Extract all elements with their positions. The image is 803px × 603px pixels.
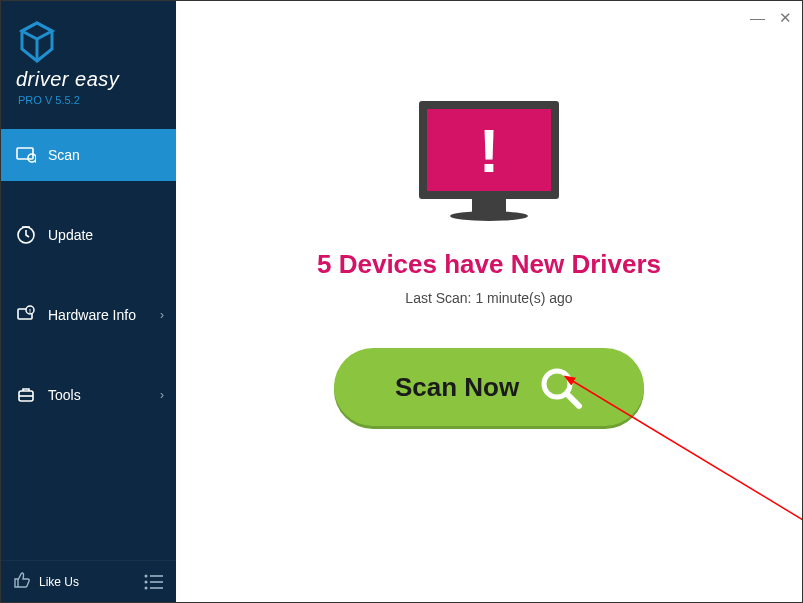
- app-version: PRO V 5.5.2: [18, 94, 161, 106]
- main-panel: — ✕ ! 5 Devices have New Drivers Last Sc…: [176, 1, 802, 602]
- like-us-label: Like Us: [39, 575, 79, 589]
- scan-now-label: Scan Now: [395, 372, 519, 403]
- status-headline: 5 Devices have New Drivers: [317, 249, 661, 280]
- sidebar-item-label: Hardware Info: [48, 307, 136, 323]
- thumbs-up-icon: [13, 571, 31, 592]
- sidebar-item-label: Scan: [48, 147, 80, 163]
- logo-section: driver easy PRO V 5.5.2: [1, 1, 176, 121]
- sidebar-item-hardware-info[interactable]: ! Hardware Info ›: [1, 289, 176, 341]
- menu-list-icon[interactable]: [144, 574, 164, 590]
- update-icon: [16, 225, 36, 245]
- svg-point-15: [145, 580, 148, 583]
- minimize-button[interactable]: —: [750, 9, 765, 27]
- like-us-button[interactable]: Like Us: [13, 571, 79, 592]
- svg-line-2: [35, 161, 36, 163]
- chevron-right-icon: ›: [160, 388, 164, 402]
- app-name: driver easy: [16, 68, 161, 91]
- monitor-stand: [472, 199, 506, 213]
- search-icon: [537, 364, 583, 410]
- close-button[interactable]: ✕: [779, 9, 792, 27]
- sidebar-footer: Like Us: [1, 560, 176, 602]
- window-controls: — ✕: [750, 9, 792, 27]
- sidebar-item-label: Update: [48, 227, 93, 243]
- svg-text:!: !: [29, 308, 31, 314]
- app-logo-icon: [16, 21, 58, 63]
- sidebar: driver easy PRO V 5.5.2 Scan Update ! Ha…: [1, 1, 176, 602]
- last-scan-text: Last Scan: 1 minute(s) ago: [405, 290, 572, 306]
- sidebar-item-scan[interactable]: Scan: [1, 129, 176, 181]
- scan-icon: [16, 145, 36, 165]
- monitor-screen: !: [419, 101, 559, 199]
- alert-exclamation-icon: !: [479, 115, 500, 186]
- svg-point-1: [28, 154, 36, 162]
- monitor-icon: !: [419, 101, 559, 213]
- status-graphic: !: [419, 101, 559, 213]
- sidebar-nav: Scan Update ! Hardware Info › Tools ›: [1, 129, 176, 560]
- sidebar-item-update[interactable]: Update: [1, 209, 176, 261]
- scan-now-button[interactable]: Scan Now: [334, 348, 644, 426]
- svg-point-17: [145, 586, 148, 589]
- svg-point-13: [145, 574, 148, 577]
- sidebar-item-label: Tools: [48, 387, 81, 403]
- hardware-icon: !: [16, 305, 36, 325]
- tools-icon: [16, 385, 36, 405]
- chevron-right-icon: ›: [160, 308, 164, 322]
- svg-line-20: [567, 394, 579, 406]
- sidebar-item-tools[interactable]: Tools ›: [1, 369, 176, 421]
